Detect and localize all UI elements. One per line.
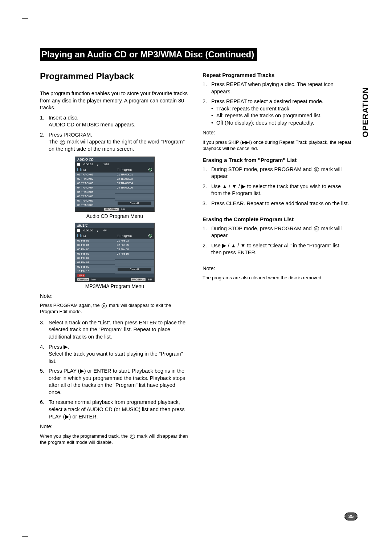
menu1-time: 0:56:38 [83,163,93,166]
menu2-row: 02 File 05 [115,243,154,247]
menu2-count: 4/4 [103,229,107,232]
menu1-foot: Edit [121,208,125,211]
step-4b: Select the track you want to start playi… [49,351,183,364]
menu1-clear-all: Clear All [118,202,151,205]
menu1-row: 02 TRACK02 [75,177,115,181]
step-2: 2. Press PROGRAM. The E mark will appear… [40,131,189,153]
section-tab: OPERATION [361,87,370,137]
menu2-mp3-badge: MP3 [77,274,85,277]
crop-mark-bl [22,530,28,537]
menu2-display-badge: DISPLAY [77,278,89,281]
menu1-row: 06 TRACK06 [75,194,115,199]
menu1-prog-label: Program [121,168,132,171]
clear-note: The programs are also cleared when the d… [203,275,352,281]
menu1-row: 02 TRACK02 [115,177,154,181]
clear-step-1: 1. During STOP mode, press PROGRAM and E… [203,225,352,239]
menu2-right-list: 01 File 03 02 File 05 03 File 08 04 File… [115,239,154,274]
menu1-row: 01 TRACK01 [115,173,154,177]
menu2-time: 0:00:00 [83,229,93,232]
step-1b: AUDIO CD or MUSIC menu appears. [49,122,135,127]
page-title: Playing an Audio CD or MP3/WMA Disc (Con… [40,48,257,61]
menu1-type: AUDIO CD [75,157,154,162]
menu2-list-label: List [81,235,86,238]
e-mark-icon: E [314,226,319,231]
music-note-icon: ♪ [97,163,100,166]
menu2-row: 04 File 04 [75,243,115,247]
erase-step-3: 3.Press CLEAR. Repeat to erase additiona… [203,200,352,207]
menu1-row: 07 TRACK07 [75,199,115,203]
list-icon [77,168,81,171]
menu2-row: 06 File 06 [75,252,115,256]
note-label: Note: [203,129,352,137]
erase-step-1: 1. During STOP mode, press PROGRAM and E… [203,166,352,180]
menu1-right-list: 01 TRACK01 02 TRACK02 03 TRACK04 04 TRAC… [115,173,154,207]
menu2-clear-all: Clear All [118,268,151,271]
mp3-menu-screenshot: MUSIC 0:00:00 ♪ 4/4 List ⬚ ProgramE 03 F… [75,223,155,282]
menu1-row: 03 TRACK04 [115,181,154,186]
erase-step-2: 2.Use ▲ / ▼ / ▶ to select the track that… [203,183,352,197]
intro-text: The program function enables you to stor… [40,90,189,112]
music-note-icon: ♪ [97,229,100,232]
left-column: Programmed Playback The program function… [40,67,189,450]
menu1-row: 05 TRACK05 [75,190,115,194]
crop-mark-tl [22,18,28,25]
menu1-row: 04 TRACK06 [115,186,154,190]
stop-icon [77,163,80,166]
menu1-row: 04 TRACK04 [75,186,115,190]
step-4: 4. Press ▶. Select the track you want to… [40,344,189,365]
menu2-foot-left: Info [91,278,96,281]
note-label: Note: [203,265,352,272]
menu2-row: 03 File 03 [75,239,115,243]
menu2-row: 08 File 08 [75,260,115,265]
menu2-row: 03 File 08 [115,247,154,252]
repeat-step-2: 2. Press REPEAT to select a desired repe… [203,98,352,126]
menu2-caption: MP3/WMA Program Menu [40,283,189,289]
e-mark-icon: E [130,434,135,439]
repeat-step-1: 1.Press REPEAT when playing a disc. The … [203,81,352,95]
menu2-foot: Edit [148,278,152,281]
step-1: 1. Insert a disc. AUDIO CD or MUSIC menu… [40,114,189,129]
note-2: When you play the programmed track, the … [40,433,189,446]
repeat-2-lead: Press REPEAT to select a desired repeat … [211,98,323,104]
menu1-caption: Audio CD Program Menu [40,213,189,219]
step-4a: Press ▶. [49,344,69,350]
section-heading: Programmed Playback [40,71,189,81]
step-2b-post: mark will appear to the right of the wor… [49,139,185,152]
stop-icon [77,229,80,232]
step-3: 3. Select a track on the "List", then pr… [40,319,189,341]
list-icon [77,234,81,237]
step-5: 5. Press PLAY (▶) or ENTER to start. Pla… [40,368,189,396]
menu1-foot-badge: PROGRAM [104,208,119,211]
menu1-row: 03 TRACK03 [75,181,115,186]
e-mark-icon: E [102,303,107,308]
menu2-row: 10 File 10 [75,269,115,274]
step-2b-pre: The [49,139,59,145]
menu2-prog-label: Program [121,234,132,238]
note-label: Note: [40,293,189,300]
right-column: Repeat Programmed Tracks 1.Press REPEAT … [203,67,352,450]
repeat-heading: Repeat Programmed Tracks [203,72,352,78]
repeat-bullet-off: Off (No display): does not play repeated… [211,119,352,127]
menu2-row: 01 File 03 [115,239,154,243]
menu1-row: 08 TRACK08 [75,203,115,207]
note-1: Press PROGRAM again, the E mark will dis… [40,303,189,315]
e-circle-icon: E [148,168,152,171]
step-1a: Insert a disc. [49,115,78,121]
note-label: Note: [40,423,189,430]
title-bar: Playing an Audio CD or MP3/WMA Disc (Con… [40,47,352,61]
menu2-row: 04 File 10 [115,252,154,256]
menu2-row: 05 File 05 [75,247,115,252]
step-6: 6. To resume normal playback from progra… [40,399,189,420]
menu2-type: MUSIC [75,223,154,228]
audio-cd-menu-screenshot: AUDIO CD 0:56:38 ♪ 1/18 List ⬚ ProgramE … [75,157,155,212]
clear-step-2: 2.Use ▶ / ▲ / ▼ to select "Clear All" in… [203,242,352,256]
e-mark-icon: E [314,167,319,172]
e-circle-icon: E [148,234,152,238]
page-number-badge: 35 [344,513,358,520]
menu2-row: 09 File 09 [75,265,115,269]
menu2-foot-badge: PROGRAM [131,278,146,281]
e-mark-icon: E [60,140,65,145]
menu1-list-label: List [81,169,86,172]
repeat-bullet-track: Track: repeats the current track [211,105,352,113]
repeat-bullet-all: All: repeats all the tracks on programme… [211,112,352,119]
